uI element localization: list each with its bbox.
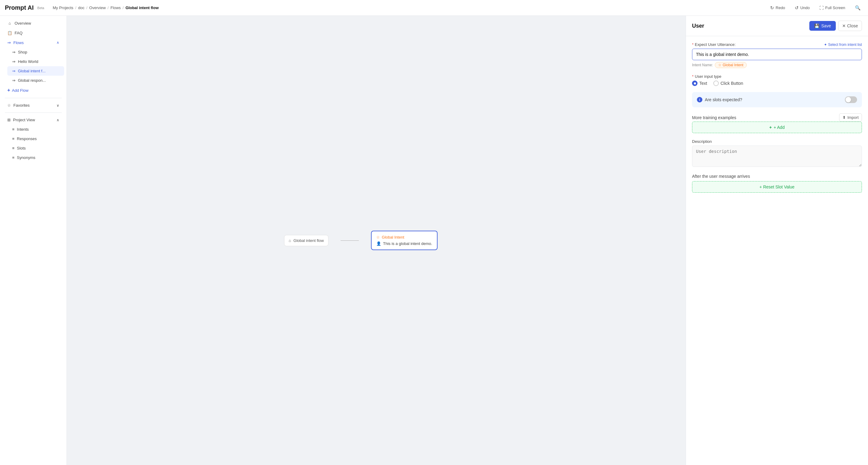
sidebar-item-synonyms[interactable]: ≡ Synonyms	[7, 153, 64, 162]
sidebar-item-global-intent[interactable]: ⇒ Global intent f...	[7, 66, 64, 76]
description-label: Description	[692, 139, 712, 144]
radio-text-active-dot	[692, 81, 698, 86]
training-label: More training examples	[692, 115, 736, 120]
right-panel: User 💾 Save ✕ Close * Expect User Uttera…	[686, 16, 868, 465]
favorites-label: Favorites	[13, 103, 29, 107]
save-button[interactable]: 💾 Save	[809, 21, 836, 31]
flow-nodes: ⌂ Global intent flow ☆ Global Intent 👤 T…	[284, 231, 438, 250]
add-flow-label: Add Flow	[12, 88, 28, 93]
sidebar-project-view-header[interactable]: ⊞ Project View ∧	[2, 115, 64, 125]
slots-section: i Are slots expected?	[692, 92, 862, 107]
intent-star-icon: ☆	[376, 235, 380, 240]
import-button[interactable]: ⬆ Import	[839, 113, 862, 122]
sidebar: ⌂ Overview 📋 FAQ ⇒ Flows ∧ ⇒ Shop ⇒ Hell…	[0, 16, 67, 465]
add-training-button[interactable]: + + Add	[692, 122, 862, 133]
sidebar-flows-header[interactable]: ⇒ Flows ∧	[2, 38, 64, 48]
description-textarea[interactable]	[692, 146, 862, 167]
sidebar-item-slots[interactable]: ≡ Slots	[7, 144, 64, 153]
redo-label: Redo	[776, 5, 785, 10]
reset-slot-button[interactable]: + Reset Slot Value	[692, 181, 862, 193]
sidebar-item-global-response[interactable]: ⇒ Global respon...	[7, 76, 64, 85]
sidebar-item-faq[interactable]: 📋 FAQ	[2, 28, 64, 38]
hello-world-flow-icon: ⇒	[12, 59, 16, 64]
toolbar: ↻ Redo ↺ Undo ⛶ Full Screen 🔍	[768, 4, 863, 12]
connector-line	[340, 240, 359, 241]
select-intent-link[interactable]: ✦ Select from intent list	[824, 42, 862, 47]
user-node-person-icon: 👤	[376, 241, 381, 246]
training-examples-group: More training examples ⬆ Import + + Add	[692, 113, 862, 133]
breadcrumb: My Projects / doc / Overview / Flows / G…	[53, 5, 159, 10]
sidebar-divider-2	[5, 113, 62, 113]
sidebar-label-hello-world: Hello World	[18, 59, 38, 64]
flow-canvas[interactable]: ⌂ Global intent flow ☆ Global Intent 👤 T…	[67, 16, 686, 465]
app-title: Prompt AI	[5, 4, 34, 11]
panel-header-actions: 💾 Save ✕ Close	[809, 21, 862, 31]
app-beta-label: Beta	[37, 6, 44, 10]
add-training-label: + Add	[773, 125, 784, 130]
radio-click-label: Click Button	[721, 81, 743, 86]
after-message-group: After the user message arrives + Reset S…	[692, 174, 862, 193]
shop-flow-icon: ⇒	[12, 50, 16, 54]
redo-button[interactable]: ↻ Redo	[768, 4, 787, 12]
sidebar-project-children: ≡ Intents ≡ Responses ≡ Slots ≡ Synonyms	[5, 125, 67, 162]
user-node-intent: ☆ Global Intent	[376, 235, 432, 240]
breadcrumb-doc[interactable]: doc	[78, 5, 85, 10]
project-view-chevron-icon: ∧	[57, 118, 59, 122]
intent-name-row: Intent Name: ☆ Global Intent	[692, 62, 862, 68]
utterance-label: Expect User Utterance:	[695, 42, 736, 47]
breadcrumb-overview[interactable]: Overview	[89, 5, 106, 10]
breadcrumb-flows[interactable]: Flows	[110, 5, 121, 10]
input-type-label: User input type	[695, 74, 721, 79]
flows-icon: ⇒	[7, 40, 11, 45]
user-node-intent-text: Global Intent	[382, 235, 404, 240]
main-layout: ⌂ Overview 📋 FAQ ⇒ Flows ∧ ⇒ Shop ⇒ Hell…	[0, 16, 868, 465]
sidebar-item-overview[interactable]: ⌂ Overview	[2, 18, 64, 28]
fullscreen-button[interactable]: ⛶ Full Screen	[817, 4, 848, 11]
close-icon: ✕	[842, 23, 846, 28]
fullscreen-label: Full Screen	[825, 5, 845, 10]
undo-label: Undo	[800, 5, 810, 10]
right-panel-body: * Expect User Utterance: ✦ Select from i…	[686, 36, 868, 465]
breadcrumb-my-projects[interactable]: My Projects	[53, 5, 73, 10]
slots-toggle[interactable]	[845, 96, 857, 103]
user-node-utterance-text: This is a global intent demo.	[383, 241, 432, 246]
intent-badge-text: Global Intent	[723, 63, 743, 67]
utterance-input[interactable]	[692, 49, 862, 60]
intents-icon: ≡	[12, 127, 14, 132]
input-type-required-star: *	[692, 74, 693, 79]
radio-group: Text Click Button	[692, 81, 862, 86]
breadcrumb-sep-1: /	[75, 5, 76, 10]
user-node[interactable]: ☆ Global Intent 👤 This is a global inten…	[371, 231, 438, 250]
breadcrumb-current: Global intent flow	[126, 5, 159, 10]
close-button[interactable]: ✕ Close	[838, 21, 862, 31]
description-label-row: Description	[692, 139, 862, 144]
sidebar-item-intents[interactable]: ≡ Intents	[7, 125, 64, 134]
sidebar-item-hello-world[interactable]: ⇒ Hello World	[7, 57, 64, 66]
breadcrumb-sep-3: /	[107, 5, 109, 10]
add-flow-button[interactable]: + Add Flow	[2, 85, 64, 95]
radio-text-option[interactable]: Text	[692, 81, 707, 86]
sidebar-item-shop[interactable]: ⇒ Shop	[7, 48, 64, 57]
flows-label: Flows	[13, 40, 24, 45]
sidebar-favorites-header[interactable]: ☆ Favorites ∨	[2, 101, 64, 110]
add-training-plus-icon: +	[769, 125, 772, 130]
overview-icon: ⌂	[7, 21, 12, 26]
sidebar-label-shop: Shop	[18, 50, 27, 54]
sidebar-label-faq: FAQ	[14, 31, 23, 35]
start-node-label: Global intent flow	[293, 238, 324, 243]
description-group: Description	[692, 139, 862, 168]
sidebar-item-responses[interactable]: ≡ Responses	[7, 134, 64, 144]
user-node-utterance: 👤 This is a global intent demo.	[376, 241, 432, 246]
radio-click-option[interactable]: Click Button	[713, 81, 743, 86]
sidebar-label-responses: Responses	[17, 136, 37, 141]
flows-chevron-icon: ∧	[57, 40, 59, 45]
search-button[interactable]: 🔍	[852, 4, 863, 12]
right-panel-header: User 💾 Save ✕ Close	[686, 16, 868, 36]
intent-name-label: Intent Name:	[692, 63, 713, 67]
fullscreen-icon: ⛶	[819, 5, 824, 10]
input-type-label-row: * User input type	[692, 74, 862, 79]
global-intent-flow-icon: ⇒	[12, 69, 16, 73]
global-response-flow-icon: ⇒	[12, 78, 16, 83]
start-node[interactable]: ⌂ Global intent flow	[284, 235, 329, 246]
undo-button[interactable]: ↺ Undo	[792, 4, 812, 12]
